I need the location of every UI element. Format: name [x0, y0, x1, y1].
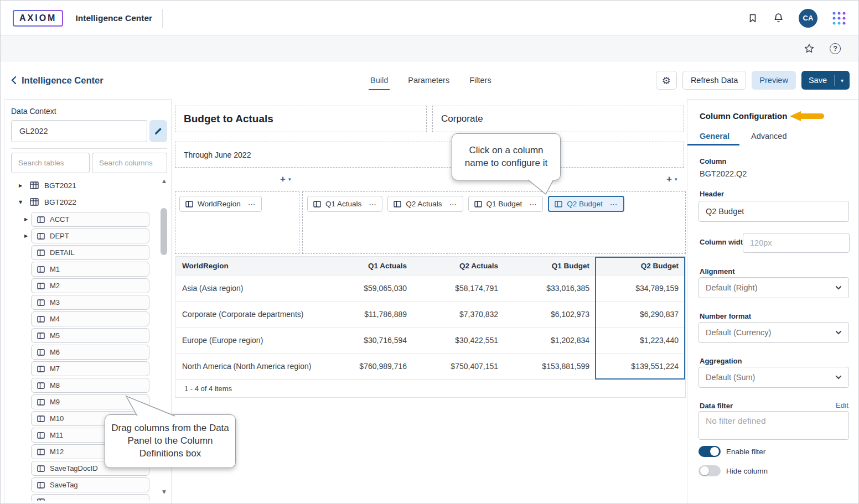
- bookmark-icon[interactable]: [747, 13, 758, 24]
- tab-filters[interactable]: Filters: [469, 76, 491, 85]
- column-item-m5[interactable]: M5: [31, 328, 149, 343]
- scrollbar-up-icon[interactable]: ▲: [162, 178, 166, 184]
- column-item-m3[interactable]: M3: [31, 295, 149, 310]
- tab-build[interactable]: Build: [370, 76, 388, 85]
- report-subtitle-box[interactable]: Through June 2022: [175, 142, 684, 168]
- column-item-m1[interactable]: M1: [31, 262, 149, 277]
- enable-filter-label: Enable filter: [726, 448, 765, 456]
- column-item-detail[interactable]: DETAIL: [31, 245, 149, 260]
- header-input[interactable]: [698, 201, 849, 222]
- app-switcher-grid-icon[interactable]: [832, 11, 846, 25]
- add-column-control[interactable]: + ▾: [666, 174, 677, 185]
- plus-icon: +: [280, 174, 286, 185]
- preview-button[interactable]: Preview: [752, 71, 796, 90]
- add-row-group-control[interactable]: + ▾: [280, 174, 291, 185]
- header-worldregion[interactable]: WorldRegion: [175, 257, 325, 275]
- topbar-divider: [162, 9, 163, 28]
- tree-table-bgt2022[interactable]: ▼ BGT2022: [4, 194, 157, 210]
- column-icon: [37, 465, 45, 472]
- search-tables-input[interactable]: [11, 153, 90, 173]
- data-context-input[interactable]: [11, 120, 147, 142]
- tooltip-configure-column: Click on a column name to configure it: [452, 133, 561, 180]
- chip-q2-actuals[interactable]: Q2 Actuals ⋯: [387, 196, 463, 212]
- refresh-data-button[interactable]: Refresh Data: [682, 71, 746, 90]
- column-icon: [37, 366, 45, 372]
- column-width-label: Column width: [700, 238, 747, 246]
- column-configuration-panel: Column Configuration General Advanced Co…: [687, 99, 859, 504]
- help-icon[interactable]: ?: [830, 43, 841, 54]
- edit-data-context-button[interactable]: [149, 120, 167, 142]
- chip-menu-icon[interactable]: ⋯: [248, 200, 256, 209]
- tooltip-tail: [120, 394, 180, 417]
- chip-menu-icon[interactable]: ⋯: [529, 200, 537, 209]
- chip-q1-budget[interactable]: Q1 Budget ⋯: [468, 196, 544, 212]
- table-header-row: WorldRegion Q1 Actuals Q2 Actuals Q1 Bud…: [175, 257, 685, 275]
- axiom-logo[interactable]: AXIOM: [13, 10, 63, 27]
- notifications-bell-icon[interactable]: [773, 12, 784, 24]
- column-icon: [37, 250, 45, 256]
- header-q1-actuals[interactable]: Q1 Actuals: [325, 257, 413, 275]
- aggregation-label: Aggregation: [700, 357, 742, 365]
- caret-down-icon: ▾: [288, 176, 291, 182]
- column-item-savetag[interactable]: SaveTag: [31, 477, 149, 492]
- chip-menu-icon[interactable]: ⋯: [369, 200, 376, 209]
- chip-q1-actuals[interactable]: Q1 Actuals ⋯: [307, 196, 382, 212]
- report-title-box[interactable]: Budget to Actuals: [175, 106, 427, 132]
- search-columns-input[interactable]: [92, 153, 167, 173]
- row-definitions-box[interactable]: WorldRegion ⋯: [175, 191, 299, 254]
- column-item-clipped[interactable]: [31, 494, 149, 501]
- chip-menu-icon[interactable]: ⋯: [610, 200, 618, 209]
- table-row: North America (North America region) $76…: [175, 353, 685, 379]
- chip-worldregion[interactable]: WorldRegion ⋯: [179, 196, 262, 212]
- column-icon: [555, 201, 562, 207]
- back-link[interactable]: Intelligence Center: [11, 61, 104, 99]
- tooltip-tail: [522, 179, 557, 195]
- expand-collapsed-icon[interactable]: ▶: [24, 217, 28, 222]
- table-name: BGT2021: [44, 181, 76, 190]
- header-q2-budget[interactable]: Q2 Budget: [596, 257, 685, 275]
- chip-q2-budget-selected[interactable]: Q2 Budget ⋯: [548, 196, 624, 212]
- column-item-m6[interactable]: M6: [31, 345, 149, 360]
- tab-general[interactable]: General: [700, 132, 729, 141]
- data-filter-textarea[interactable]: [698, 411, 849, 440]
- report-header-right-box[interactable]: Corporate: [432, 106, 684, 132]
- column-icon: [37, 299, 45, 306]
- save-dropdown-caret-icon[interactable]: ▾: [835, 77, 850, 84]
- save-button[interactable]: Save: [801, 76, 834, 85]
- table-row: Asia (Asia region) $59,065,030 $58,174,7…: [175, 275, 685, 301]
- column-value: BGT2022.Q2: [700, 169, 747, 178]
- expand-collapsed-icon[interactable]: ▶: [24, 233, 28, 238]
- column-item-m4[interactable]: M4: [31, 311, 149, 326]
- header-q2-actuals[interactable]: Q2 Actuals: [413, 257, 505, 275]
- scrollbar-thumb[interactable]: [161, 208, 167, 255]
- aggregation-select[interactable]: Default (Sum): [698, 367, 849, 388]
- settings-gear-icon[interactable]: ⚙: [656, 71, 677, 90]
- save-button-group: Save ▾: [801, 71, 850, 90]
- column-item-m7[interactable]: M7: [31, 361, 149, 376]
- user-avatar[interactable]: CA: [799, 9, 817, 28]
- column-item-m2[interactable]: M2: [31, 278, 149, 293]
- caret-down-icon: ▾: [675, 176, 677, 182]
- column-item-m8[interactable]: M8: [31, 378, 149, 393]
- hide-column-toggle[interactable]: [698, 465, 721, 476]
- expand-expanded-icon[interactable]: ▼: [19, 200, 24, 205]
- chip-menu-icon[interactable]: ⋯: [449, 200, 457, 209]
- header-q1-budget[interactable]: Q1 Budget: [505, 257, 596, 275]
- tree-table-bgt2021[interactable]: ▶ BGT2021: [4, 177, 157, 194]
- enable-filter-toggle[interactable]: [698, 446, 721, 457]
- column-item-dept[interactable]: DEPT: [31, 228, 149, 243]
- column-icon: [37, 449, 45, 455]
- edit-filter-link[interactable]: Edit: [836, 401, 848, 409]
- favorite-star-icon[interactable]: [803, 43, 815, 55]
- annotation-arrow: [790, 111, 824, 121]
- alignment-select[interactable]: Default (Right): [698, 277, 849, 298]
- tab-advanced[interactable]: Advanced: [751, 132, 787, 141]
- number-format-select[interactable]: Default (Currency): [698, 322, 849, 343]
- column-definitions-box[interactable]: Q1 Actuals ⋯ Q2 Actuals ⋯ Q1 Budget ⋯ Q2…: [302, 191, 686, 254]
- column-item-acct[interactable]: ACCT: [31, 212, 149, 227]
- column-width-input[interactable]: [743, 233, 850, 253]
- scrollbar-down-icon[interactable]: ▼: [162, 489, 166, 495]
- tab-parameters[interactable]: Parameters: [408, 76, 449, 85]
- expand-collapsed-icon[interactable]: ▶: [19, 183, 24, 188]
- alignment-label: Alignment: [700, 267, 735, 276]
